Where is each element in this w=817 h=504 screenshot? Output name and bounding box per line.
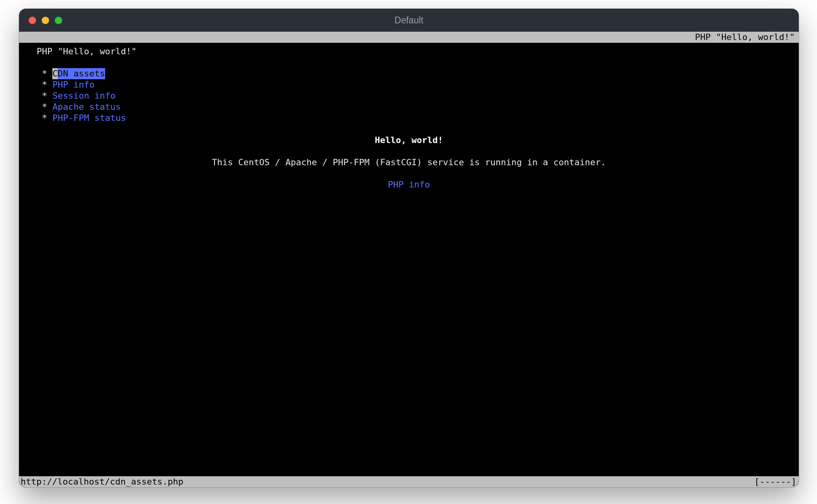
traffic-lights — [29, 17, 62, 24]
zoom-icon[interactable] — [55, 17, 62, 24]
bullet-icon: * — [26, 90, 52, 101]
nav-item-label: DN assets — [58, 68, 105, 79]
bullet-icon: * — [26, 68, 52, 79]
nav-item-label: Apache status — [52, 101, 121, 113]
nav-item-label: PHP-FPM status — [52, 113, 126, 124]
bullet-icon: * — [26, 101, 52, 113]
bullet-icon: * — [26, 113, 52, 124]
nav-item-cursor: C — [52, 68, 58, 79]
minimize-icon[interactable] — [42, 17, 49, 24]
terminal-window: Default PHP "Hello, world!" PHP "Hello, … — [19, 9, 799, 487]
php-info-link[interactable]: PHP info — [388, 179, 430, 189]
nav-item[interactable]: * Apache status — [26, 101, 792, 113]
nav-item[interactable]: * CDN assets — [26, 68, 792, 79]
hero-heading: Hello, world! — [26, 135, 792, 146]
page-title: PHP "Hello, world!" — [26, 46, 792, 57]
window-title: Default — [19, 15, 799, 26]
statusbar: http://localhost/cdn_assets.php [------] — [19, 476, 799, 487]
nav-item[interactable]: * Session info — [26, 90, 792, 101]
titlebar: Default — [19, 9, 799, 32]
bullet-icon: * — [26, 79, 52, 90]
status-url: http://localhost/cdn_assets.php — [21, 476, 184, 487]
nav-item-label: Session info — [52, 90, 115, 101]
hero-description: This CentOS / Apache / PHP-FPM (FastCGI)… — [26, 157, 792, 168]
terminal-body[interactable]: PHP "Hello, world!" PHP "Hello, world!" … — [19, 32, 799, 487]
nav-item-label: PHP info — [52, 79, 94, 90]
hero-block: Hello, world! This CentOS / Apache / PHP… — [26, 135, 792, 190]
nav-item[interactable]: * PHP-FPM status — [26, 113, 792, 124]
close-icon[interactable] — [29, 17, 36, 24]
nav-item[interactable]: * PHP info — [26, 79, 792, 90]
browser-tabbar: PHP "Hello, world!" — [19, 32, 799, 43]
status-indicator: [------] — [754, 476, 796, 487]
page-content: PHP "Hello, world!" * CDN assets * PHP i… — [19, 43, 799, 190]
nav-menu: * CDN assets * PHP info * Session info *… — [26, 68, 792, 124]
tab-label[interactable]: PHP "Hello, world!" — [695, 32, 795, 43]
